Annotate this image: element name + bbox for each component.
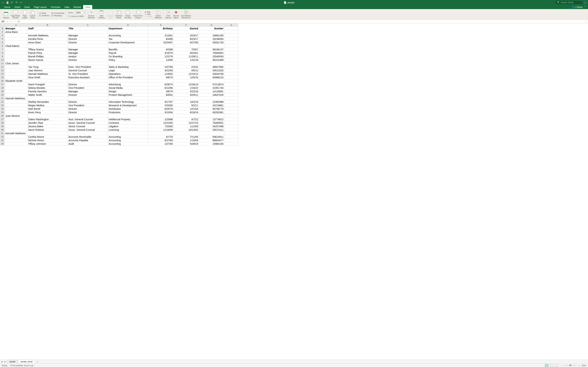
cell[interactable] — [224, 121, 238, 125]
new-window-button[interactable]: New Window — [98, 9, 105, 19]
cell[interactable]: Corporate Development — [108, 41, 148, 44]
zoom-to-selection-button[interactable]: 🔍Zoom to Selection — [87, 9, 95, 19]
spreadsheet-grid[interactable]: ABCDEFGH1ManagerStaffTitleDepartmentBirt… — [0, 23, 588, 360]
cell[interactable] — [224, 30, 238, 34]
gridlines-checkbox[interactable]: ✓Gridlines — [39, 15, 49, 17]
cell[interactable] — [224, 118, 238, 121]
row-header[interactable]: 9 — [0, 55, 5, 58]
cell[interactable] — [27, 62, 68, 65]
column-header-D[interactable]: D — [108, 24, 148, 27]
cell[interactable]: 60292961 — [199, 111, 224, 114]
cell[interactable] — [108, 114, 148, 118]
cell[interactable]: Manager — [68, 90, 108, 93]
cell[interactable] — [5, 118, 27, 121]
cell[interactable] — [173, 44, 199, 48]
cell[interactable]: Senior Counsel — [68, 125, 108, 128]
cell[interactable]: Accounts Payable — [68, 139, 108, 142]
cell[interactable]: 3/23/17 — [173, 34, 199, 37]
cell[interactable] — [224, 132, 238, 135]
cell[interactable]: Nichole Hinton — [27, 139, 68, 142]
formula-bar-checkbox[interactable]: ✓Formula Bar — [51, 12, 64, 14]
cell[interactable]: Tiffany Johnston — [27, 142, 68, 146]
menu-tab-formulas[interactable]: Formulas — [49, 5, 62, 9]
cell[interactable]: 76083602 — [199, 51, 224, 55]
cell[interactable] — [224, 34, 238, 37]
cell[interactable] — [224, 93, 238, 97]
cell[interactable]: 8/4/89 — [148, 37, 173, 41]
cell[interactable]: 4/7/22 — [173, 118, 199, 121]
cell[interactable] — [224, 83, 238, 86]
cell[interactable]: Operations — [108, 72, 148, 76]
row-header[interactable]: 8 — [0, 51, 5, 55]
menu-tab-review[interactable]: Review — [71, 5, 83, 9]
cell[interactable] — [108, 79, 148, 83]
cell[interactable] — [199, 132, 224, 135]
cell[interactable]: Sr. Vice President — [68, 72, 108, 76]
cell[interactable]: 9/29/11 — [173, 93, 199, 97]
cell[interactable] — [224, 62, 238, 65]
cell[interactable]: 11/16/99 — [148, 128, 173, 132]
cell[interactable]: Assoc. General Counsel — [68, 121, 108, 125]
cell[interactable]: 13779622 — [199, 118, 224, 121]
cell[interactable]: Seth Booth — [27, 107, 68, 111]
cell[interactable]: Megan Medina — [27, 104, 68, 107]
cell[interactable]: 11/28/11 — [173, 55, 199, 58]
cell[interactable]: Anna Mann — [5, 30, 27, 34]
cell[interactable]: 90222489 — [199, 58, 224, 62]
sheet-tab-people[interactable]: people — [7, 360, 18, 363]
cell[interactable]: 14126891 — [199, 90, 224, 93]
cell[interactable] — [5, 58, 27, 62]
cell[interactable]: 5/22/16 — [173, 90, 199, 93]
cell[interactable]: 4/2/88 — [148, 48, 173, 51]
cell[interactable]: 6/28/74 — [148, 83, 173, 86]
cell[interactable]: Legal — [108, 69, 148, 72]
cell[interactable]: Chris James — [5, 62, 27, 65]
cell[interactable] — [5, 104, 27, 107]
row-header[interactable]: 1 — [0, 27, 5, 30]
cell[interactable] — [199, 79, 224, 83]
qat-dropdown-icon[interactable]: ▼ — [20, 1, 22, 4]
cell[interactable]: 4/7/76 — [148, 135, 173, 139]
row-header[interactable]: 5 — [0, 41, 5, 44]
cell[interactable]: Kenneth Matthews — [5, 132, 27, 135]
cell[interactable]: Litigation — [108, 125, 148, 128]
cell[interactable] — [27, 114, 68, 118]
cell[interactable]: 1/27/94 — [148, 142, 173, 146]
row-header[interactable]: 23 — [0, 104, 5, 107]
cell[interactable]: Hannah Matthews — [5, 97, 27, 100]
column-header-F[interactable]: F — [173, 24, 199, 27]
cell[interactable] — [148, 30, 173, 34]
home-icon[interactable]: ⌂ — [1, 1, 4, 4]
cell[interactable]: Dalton Washington — [27, 118, 68, 121]
cell[interactable] — [224, 125, 238, 128]
cell[interactable]: 9/27/83 — [148, 139, 173, 142]
cell[interactable]: Anna Olsen — [27, 41, 68, 44]
cell[interactable] — [108, 132, 148, 135]
accessibility-status[interactable]: ⊕Accessibility: Good to go — [10, 364, 34, 367]
row-header[interactable]: 31 — [0, 132, 5, 135]
cell[interactable]: 53043706 — [199, 72, 224, 76]
cell[interactable]: Director — [68, 107, 108, 111]
cell[interactable] — [68, 132, 108, 135]
cell[interactable]: Patrick Pena — [27, 51, 68, 55]
row-header[interactable]: 22 — [0, 100, 5, 104]
cell[interactable]: 11/2/09 — [173, 125, 199, 128]
cell[interactable]: Director — [68, 111, 108, 114]
cell[interactable]: 9/17/97 — [148, 100, 173, 104]
cell[interactable]: Office of the President — [108, 76, 148, 79]
custom-views-button[interactable]: Custom Views — [29, 9, 36, 19]
cell[interactable] — [199, 44, 224, 48]
cell[interactable]: Design — [108, 90, 148, 93]
cell[interactable] — [5, 107, 27, 111]
cell[interactable] — [224, 41, 238, 44]
cell[interactable] — [108, 97, 148, 100]
cell[interactable]: Distribution — [108, 107, 148, 111]
cell[interactable]: 10/14/02 — [173, 128, 199, 132]
collapse-ribbon-icon[interactable]: ⌃ — [584, 6, 586, 8]
cell[interactable]: Director — [68, 100, 108, 104]
cell[interactable]: Vice President — [68, 104, 108, 107]
row-header[interactable]: 32 — [0, 135, 5, 139]
menu-tab-insert[interactable]: Insert — [12, 5, 22, 9]
fx-button[interactable]: fx — [17, 20, 21, 23]
cell[interactable]: 1/4/90 — [148, 58, 173, 62]
